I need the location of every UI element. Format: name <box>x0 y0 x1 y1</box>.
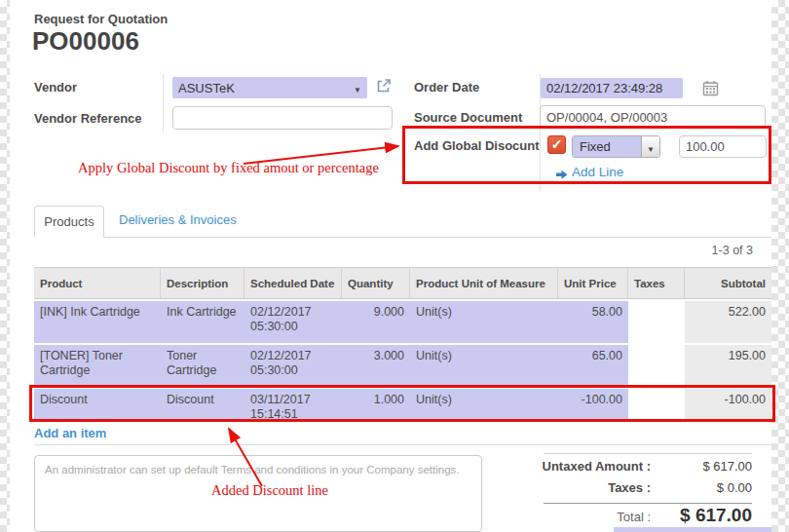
chevron-down-icon <box>647 138 655 156</box>
form-group-divider-left <box>163 74 164 133</box>
column-header-subtotal[interactable]: Subtotal <box>685 268 771 298</box>
add-line-link[interactable]: Add Line <box>572 165 623 179</box>
add-line-arrow-icon[interactable] <box>556 167 568 184</box>
source-document-label: Source Document <box>414 110 522 125</box>
table-header-row: Product Description Scheduled Date Quant… <box>34 267 771 299</box>
column-header-taxes[interactable]: Taxes <box>628 268 685 298</box>
cell-unit-price[interactable]: 58.00 <box>558 301 628 343</box>
annotation-note-top: Apply Global Discount by fixed amout or … <box>78 160 379 176</box>
vendor-reference-label: Vendor Reference <box>34 111 142 126</box>
column-header-quantity[interactable]: Quantity <box>342 268 410 298</box>
calendar-icon[interactable] <box>702 80 719 100</box>
vendor-reference-input[interactable] <box>172 106 393 130</box>
date-part: 02/12/2017 <box>250 349 336 363</box>
table-row: [TONER] Toner Cartridge Toner Cartridge … <box>34 345 771 387</box>
discount-amount-input[interactable] <box>679 135 767 158</box>
column-header-scheduled-date[interactable]: Scheduled Date <box>244 268 342 298</box>
cell-taxes[interactable] <box>628 345 685 387</box>
cell-quantity[interactable]: 3.000 <box>342 345 410 387</box>
cell-unit-price[interactable]: -100.00 <box>558 389 628 422</box>
total-value: $ 617.00 <box>596 505 752 526</box>
window-edge-right <box>771 0 789 532</box>
source-document-input[interactable] <box>540 105 766 129</box>
cell-uom[interactable]: Unit(s) <box>410 345 558 387</box>
page-title: PO00006 <box>32 26 139 57</box>
pager[interactable]: 1-3 of 3 <box>623 244 753 257</box>
taxes-value: $ 0.00 <box>635 480 752 495</box>
section-divider-line <box>34 444 771 445</box>
time-part: 15:14:51 <box>250 407 336 422</box>
cell-subtotal[interactable]: 195.00 <box>685 345 771 387</box>
table-row: [INK] Ink Cartridge Ink Cartridge 02/12/… <box>34 301 771 343</box>
add-an-item-link[interactable]: Add an item <box>34 426 106 440</box>
cell-uom[interactable]: Unit(s) <box>410 389 558 422</box>
time-part: 05:30:00 <box>250 320 336 334</box>
tab-bar-line <box>34 237 771 238</box>
cell-scheduled-date[interactable]: 02/12/2017 05:30:00 <box>244 345 342 387</box>
column-header-product[interactable]: Product <box>34 268 161 298</box>
document-type-label: Request for Quotation <box>34 12 168 26</box>
cell-taxes[interactable] <box>628 301 685 343</box>
cell-quantity[interactable]: 1.000 <box>342 389 410 422</box>
cell-description[interactable]: Toner Cartridge <box>161 345 244 387</box>
totals-divider-line <box>544 503 752 504</box>
vendor-value: ASUSTeK <box>178 81 354 95</box>
chevron-down-icon[interactable] <box>354 81 361 95</box>
vendor-label: Vendor <box>34 80 77 95</box>
order-date-value: 02/12/2017 23:49:28 <box>546 81 662 95</box>
time-part: 05:30:00 <box>250 363 336 378</box>
order-date-field[interactable]: 02/12/2017 23:49:28 <box>541 78 683 98</box>
date-part: 02/12/2017 <box>250 305 336 320</box>
cell-taxes[interactable] <box>628 389 685 422</box>
cell-product[interactable]: Discount <box>34 389 161 422</box>
rfq-form-page: Request for Quotation PO00006 Vendor ASU… <box>0 0 789 532</box>
order-date-label: Order Date <box>414 80 479 95</box>
totals-top-line <box>544 453 752 454</box>
external-link-icon[interactable] <box>375 77 393 98</box>
cell-subtotal[interactable]: 522.00 <box>685 301 771 343</box>
tab-deliveries-invoices[interactable]: Deliveries & Invoices <box>119 212 237 227</box>
global-discount-label: Add Global Disocunt <box>414 138 540 153</box>
column-header-uom[interactable]: Product Unit of Measure <box>410 268 558 298</box>
global-discount-checkbox[interactable] <box>547 135 566 154</box>
tab-products[interactable]: Products <box>34 206 104 238</box>
column-header-unit-price[interactable]: Unit Price <box>558 268 628 298</box>
cell-product[interactable]: [TONER] Toner Cartridge <box>34 345 161 387</box>
table-row-discount: Discount Discount 03/11/2017 15:14:51 1.… <box>34 389 771 422</box>
cell-description[interactable]: Discount <box>161 389 244 422</box>
annotation-note-bottom: Added Discount line <box>211 482 328 499</box>
cell-uom[interactable]: Unit(s) <box>410 301 558 343</box>
discount-type-select[interactable]: Fixed <box>572 135 660 158</box>
total-highlight-strip <box>614 527 771 532</box>
column-header-description[interactable]: Description <box>161 268 244 298</box>
vendor-select[interactable]: ASUSTeK <box>172 77 367 98</box>
untaxed-amount-label: Untaxed Amount : <box>505 459 651 474</box>
cell-product[interactable]: [INK] Ink Cartridge <box>34 301 161 343</box>
date-part: 03/11/2017 <box>250 393 336 407</box>
cell-scheduled-date[interactable]: 02/12/2017 05:30:00 <box>244 301 342 343</box>
taxes-label: Taxes : <box>505 480 651 495</box>
window-edge-left <box>0 0 10 532</box>
untaxed-amount-value: $ 617.00 <box>635 459 752 474</box>
discount-type-value: Fixed <box>573 136 641 157</box>
cell-quantity[interactable]: 9.000 <box>342 301 410 343</box>
cell-subtotal[interactable]: -100.00 <box>685 389 771 422</box>
select-dropdown-button[interactable] <box>641 136 659 157</box>
cell-scheduled-date[interactable]: 03/11/2017 15:14:51 <box>244 389 342 422</box>
cell-unit-price[interactable]: 65.00 <box>558 345 628 387</box>
cell-description[interactable]: Ink Cartridge <box>161 301 244 343</box>
